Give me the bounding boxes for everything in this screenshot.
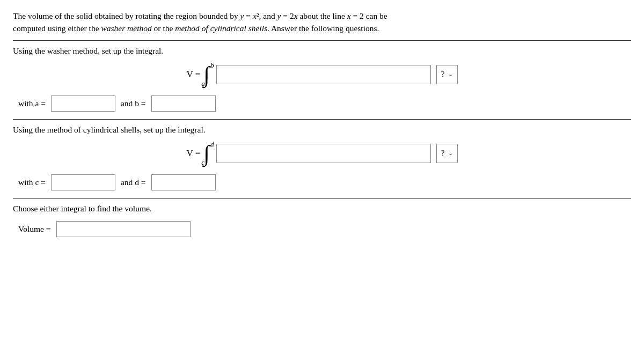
section2-integral-symbol: d ∫ c	[203, 142, 210, 165]
section1-lower-limit: a	[201, 79, 205, 88]
section2-c-input[interactable]	[51, 174, 115, 190]
section2-upper-limit: d	[210, 140, 214, 149]
section1-hint-dropdown[interactable]: ? ⌄	[436, 65, 458, 84]
intro-line2: computed using either the washer method …	[13, 24, 379, 33]
divider-2	[13, 119, 631, 120]
section2-integral-row: V = d ∫ c ? ⌄	[13, 142, 631, 165]
section1-with-a-label: with a =	[18, 99, 46, 108]
section2-hint-dropdown[interactable]: ? ⌄	[436, 144, 458, 163]
section1-integral-row: V = b ∫ a ? ⌄	[13, 63, 631, 86]
section2-lower-limit: c	[201, 158, 204, 167]
section1-a-input[interactable]	[51, 95, 115, 112]
section2-d-input[interactable]	[151, 174, 216, 190]
section3-volume-label: Volume =	[18, 224, 51, 234]
section1-integrand-input[interactable]	[216, 65, 431, 84]
section1-and-b-label: and b =	[121, 99, 146, 108]
section1-integral-notation: V = b ∫ a	[187, 63, 211, 86]
section1-v-label: V =	[187, 69, 201, 80]
section2-integral-notation: V = d ∫ c	[187, 142, 211, 165]
section1-upper-limit: b	[210, 61, 214, 70]
section3-volume-row: Volume =	[18, 221, 631, 237]
page: The volume of the solid obtained by rota…	[0, 0, 644, 360]
intro-line1: The volume of the solid obtained by rota…	[13, 11, 387, 20]
section1-chevron-icon: ⌄	[448, 71, 453, 78]
section1-b-input[interactable]	[151, 95, 216, 112]
section2-chevron-icon: ⌄	[448, 150, 453, 157]
section2-hint-label: ?	[441, 149, 445, 158]
section2-label: Using the method of cylindrical shells, …	[13, 125, 631, 135]
divider-3	[13, 198, 631, 199]
section2-v-label: V =	[187, 148, 201, 159]
section1-hint-label: ?	[441, 70, 445, 79]
section3-label: Choose either integral to find the volum…	[13, 204, 631, 214]
divider-1	[13, 40, 631, 41]
section2-integrand-input[interactable]	[216, 144, 431, 163]
section2-and-d-label: and d =	[121, 178, 146, 187]
section3-volume-input[interactable]	[56, 221, 191, 237]
intro-text: The volume of the solid obtained by rota…	[13, 10, 631, 35]
section1-label: Using the washer method, set up the inte…	[13, 46, 631, 56]
section1-with-row: with a = and b =	[18, 95, 631, 112]
section1-integral-symbol: b ∫ a	[203, 63, 210, 86]
section2-with-row: with c = and d =	[18, 174, 631, 190]
section2-with-c-label: with c =	[18, 178, 46, 187]
